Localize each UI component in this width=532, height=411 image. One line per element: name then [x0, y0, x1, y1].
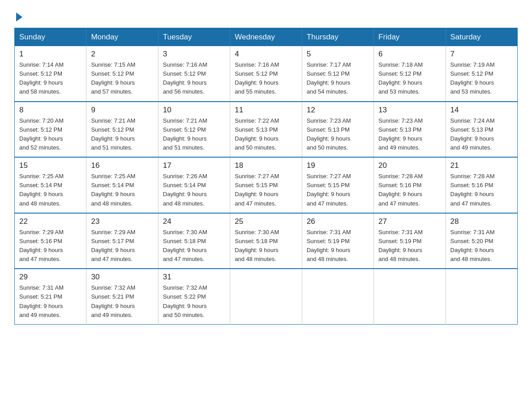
- day-info: Sunrise: 7:31 AMSunset: 5:20 PMDaylight:…: [450, 228, 513, 264]
- calendar-day-cell: 25 Sunrise: 7:30 AMSunset: 5:18 PMDaylig…: [230, 213, 302, 269]
- day-number: 23: [91, 217, 153, 226]
- calendar-day-cell: 21 Sunrise: 7:28 AMSunset: 5:16 PMDaylig…: [446, 157, 517, 213]
- calendar-day-cell: 30 Sunrise: 7:32 AMSunset: 5:21 PMDaylig…: [86, 269, 158, 324]
- header-monday: Monday: [86, 28, 158, 47]
- calendar-week-row: 8 Sunrise: 7:20 AMSunset: 5:12 PMDayligh…: [15, 102, 518, 158]
- day-number: 25: [235, 217, 297, 226]
- day-number: 31: [163, 273, 225, 282]
- calendar-day-cell: 31 Sunrise: 7:32 AMSunset: 5:22 PMDaylig…: [158, 269, 230, 324]
- day-number: 22: [19, 217, 82, 226]
- day-number: 26: [307, 217, 369, 226]
- calendar-day-cell: 3 Sunrise: 7:16 AMSunset: 5:12 PMDayligh…: [158, 46, 230, 102]
- calendar-day-cell: 1 Sunrise: 7:14 AMSunset: 5:12 PMDayligh…: [15, 46, 86, 102]
- calendar-day-cell: 5 Sunrise: 7:17 AMSunset: 5:12 PMDayligh…: [302, 46, 373, 102]
- day-info: Sunrise: 7:25 AMSunset: 5:14 PMDaylight:…: [91, 172, 153, 208]
- day-number: 30: [91, 273, 153, 282]
- calendar-day-cell: 22 Sunrise: 7:29 AMSunset: 5:16 PMDaylig…: [15, 213, 86, 269]
- day-info: Sunrise: 7:21 AMSunset: 5:12 PMDaylight:…: [163, 116, 225, 153]
- calendar-table: SundayMondayTuesdayWednesdayThursdayFrid…: [14, 28, 518, 325]
- header-wednesday: Wednesday: [230, 28, 302, 47]
- day-number: 19: [307, 161, 369, 170]
- day-info: Sunrise: 7:31 AMSunset: 5:19 PMDaylight:…: [378, 228, 441, 264]
- day-info: Sunrise: 7:17 AMSunset: 5:12 PMDaylight:…: [307, 60, 369, 97]
- day-info: Sunrise: 7:30 AMSunset: 5:18 PMDaylight:…: [163, 228, 225, 264]
- calendar-day-cell: 27 Sunrise: 7:31 AMSunset: 5:19 PMDaylig…: [374, 213, 446, 269]
- day-number: 18: [235, 161, 297, 170]
- calendar-week-row: 15 Sunrise: 7:25 AMSunset: 5:14 PMDaylig…: [15, 157, 518, 213]
- calendar-day-cell: 7 Sunrise: 7:19 AMSunset: 5:12 PMDayligh…: [446, 46, 517, 102]
- calendar-header-row: SundayMondayTuesdayWednesdayThursdayFrid…: [15, 28, 518, 47]
- day-info: Sunrise: 7:24 AMSunset: 5:13 PMDaylight:…: [450, 116, 513, 153]
- day-info: Sunrise: 7:27 AMSunset: 5:15 PMDaylight:…: [307, 172, 369, 208]
- day-number: 29: [19, 273, 82, 282]
- day-info: Sunrise: 7:14 AMSunset: 5:12 PMDaylight:…: [19, 60, 82, 97]
- calendar-day-cell: 19 Sunrise: 7:27 AMSunset: 5:15 PMDaylig…: [302, 157, 373, 213]
- day-number: 20: [378, 161, 441, 170]
- day-info: Sunrise: 7:32 AMSunset: 5:22 PMDaylight:…: [163, 283, 225, 320]
- calendar-day-cell: 23 Sunrise: 7:29 AMSunset: 5:17 PMDaylig…: [86, 213, 158, 269]
- calendar-week-row: 1 Sunrise: 7:14 AMSunset: 5:12 PMDayligh…: [15, 46, 518, 102]
- calendar-day-cell: 24 Sunrise: 7:30 AMSunset: 5:18 PMDaylig…: [158, 213, 230, 269]
- calendar-day-cell: 16 Sunrise: 7:25 AMSunset: 5:14 PMDaylig…: [86, 157, 158, 213]
- calendar-day-cell: 20 Sunrise: 7:28 AMSunset: 5:16 PMDaylig…: [374, 157, 446, 213]
- day-info: Sunrise: 7:21 AMSunset: 5:12 PMDaylight:…: [91, 116, 153, 153]
- header-sunday: Sunday: [15, 28, 86, 47]
- day-info: Sunrise: 7:28 AMSunset: 5:16 PMDaylight:…: [450, 172, 513, 208]
- day-info: Sunrise: 7:29 AMSunset: 5:16 PMDaylight:…: [19, 228, 82, 264]
- calendar-week-row: 29 Sunrise: 7:31 AMSunset: 5:21 PMDaylig…: [15, 269, 518, 324]
- day-info: Sunrise: 7:16 AMSunset: 5:12 PMDaylight:…: [163, 60, 225, 97]
- day-number: 6: [378, 50, 441, 59]
- day-number: 11: [235, 106, 297, 115]
- day-info: Sunrise: 7:18 AMSunset: 5:12 PMDaylight:…: [378, 60, 441, 97]
- calendar-day-cell: 4 Sunrise: 7:16 AMSunset: 5:12 PMDayligh…: [230, 46, 302, 102]
- calendar-day-cell: 8 Sunrise: 7:20 AMSunset: 5:12 PMDayligh…: [15, 102, 86, 158]
- calendar-day-cell: 18 Sunrise: 7:27 AMSunset: 5:15 PMDaylig…: [230, 157, 302, 213]
- day-number: 17: [163, 161, 225, 170]
- day-info: Sunrise: 7:27 AMSunset: 5:15 PMDaylight:…: [235, 172, 297, 208]
- day-info: Sunrise: 7:32 AMSunset: 5:21 PMDaylight:…: [91, 283, 153, 320]
- calendar-day-cell: [302, 269, 373, 324]
- day-info: Sunrise: 7:28 AMSunset: 5:16 PMDaylight:…: [378, 172, 441, 208]
- day-info: Sunrise: 7:23 AMSunset: 5:13 PMDaylight:…: [307, 116, 369, 153]
- calendar-day-cell: 17 Sunrise: 7:26 AMSunset: 5:14 PMDaylig…: [158, 157, 230, 213]
- day-number: 10: [163, 106, 225, 115]
- day-info: Sunrise: 7:31 AMSunset: 5:21 PMDaylight:…: [19, 283, 82, 320]
- day-info: Sunrise: 7:26 AMSunset: 5:14 PMDaylight:…: [163, 172, 225, 208]
- header-saturday: Saturday: [446, 28, 517, 47]
- calendar-day-cell: 29 Sunrise: 7:31 AMSunset: 5:21 PMDaylig…: [15, 269, 86, 324]
- day-info: Sunrise: 7:15 AMSunset: 5:12 PMDaylight:…: [91, 60, 153, 97]
- day-number: 12: [307, 106, 369, 115]
- calendar-day-cell: 28 Sunrise: 7:31 AMSunset: 5:20 PMDaylig…: [446, 213, 517, 269]
- day-number: 3: [163, 50, 225, 59]
- day-number: 28: [450, 217, 513, 226]
- day-info: Sunrise: 7:29 AMSunset: 5:17 PMDaylight:…: [91, 228, 153, 264]
- day-number: 5: [307, 50, 369, 59]
- day-number: 27: [378, 217, 441, 226]
- calendar-day-cell: 6 Sunrise: 7:18 AMSunset: 5:12 PMDayligh…: [374, 46, 446, 102]
- day-number: 1: [19, 50, 82, 59]
- day-number: 4: [235, 50, 297, 59]
- day-number: 21: [450, 161, 513, 170]
- page-header: [14, 11, 518, 20]
- day-number: 16: [91, 161, 153, 170]
- calendar-day-cell: 12 Sunrise: 7:23 AMSunset: 5:13 PMDaylig…: [302, 102, 373, 158]
- day-info: Sunrise: 7:30 AMSunset: 5:18 PMDaylight:…: [235, 228, 297, 264]
- calendar-day-cell: [446, 269, 517, 324]
- calendar-day-cell: 2 Sunrise: 7:15 AMSunset: 5:12 PMDayligh…: [86, 46, 158, 102]
- day-number: 13: [378, 106, 441, 115]
- day-info: Sunrise: 7:16 AMSunset: 5:12 PMDaylight:…: [235, 60, 297, 97]
- day-info: Sunrise: 7:22 AMSunset: 5:13 PMDaylight:…: [235, 116, 297, 153]
- calendar-day-cell: 9 Sunrise: 7:21 AMSunset: 5:12 PMDayligh…: [86, 102, 158, 158]
- calendar-day-cell: 14 Sunrise: 7:24 AMSunset: 5:13 PMDaylig…: [446, 102, 517, 158]
- calendar-day-cell: 11 Sunrise: 7:22 AMSunset: 5:13 PMDaylig…: [230, 102, 302, 158]
- calendar-day-cell: 15 Sunrise: 7:25 AMSunset: 5:14 PMDaylig…: [15, 157, 86, 213]
- day-number: 14: [450, 106, 513, 115]
- day-number: 7: [450, 50, 513, 59]
- calendar-day-cell: [230, 269, 302, 324]
- day-info: Sunrise: 7:25 AMSunset: 5:14 PMDaylight:…: [19, 172, 82, 208]
- logo-arrow-icon: [16, 13, 22, 21]
- calendar-day-cell: [374, 269, 446, 324]
- day-info: Sunrise: 7:19 AMSunset: 5:12 PMDaylight:…: [450, 60, 513, 97]
- day-number: 15: [19, 161, 82, 170]
- calendar-day-cell: 10 Sunrise: 7:21 AMSunset: 5:12 PMDaylig…: [158, 102, 230, 158]
